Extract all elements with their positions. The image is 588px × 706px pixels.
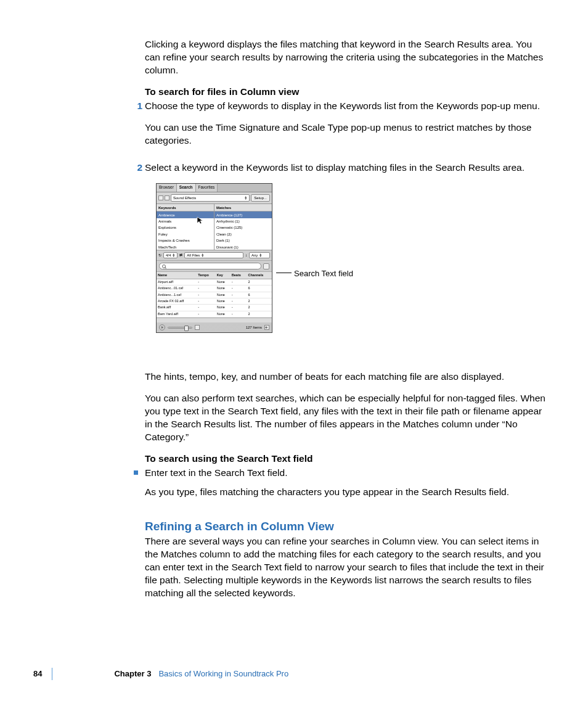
col-tempo[interactable]: Tempo xyxy=(197,272,215,279)
callout-label: Search Text field xyxy=(294,268,353,279)
clear-search-button[interactable] xyxy=(263,263,269,269)
keyword-item[interactable]: Ambience xyxy=(157,211,214,218)
col-key[interactable]: Key xyxy=(216,272,231,279)
chevron-updown-icon: ▲▼ xyxy=(244,196,247,200)
table-row[interactable]: Bank.aiff-None-2 xyxy=(157,305,272,311)
keywords-header: Keywords xyxy=(157,204,214,211)
volume-slider[interactable] xyxy=(168,327,192,329)
match-item[interactable]: Arrhythmic (1) xyxy=(214,218,272,224)
matches-header: Matches xyxy=(214,204,272,211)
reset-icon[interactable]: ↻ xyxy=(158,253,161,258)
bullet-text: Enter text in the Search Text field. xyxy=(145,467,545,480)
table-row[interactable]: Ambienc...01.caf-None-6 xyxy=(157,285,272,292)
play-button[interactable] xyxy=(159,324,165,330)
col-beats[interactable]: Beats xyxy=(231,272,247,279)
footer-divider xyxy=(52,668,52,680)
search-icon xyxy=(162,265,166,268)
items-count: 127 Items xyxy=(246,325,262,330)
keyword-item[interactable]: Explosions xyxy=(157,224,214,231)
page-footer: 84 Chapter 3 Basics of Working in Soundt… xyxy=(33,668,288,680)
keyword-item[interactable]: Impacts & Crashes xyxy=(157,237,214,244)
search-text-field[interactable] xyxy=(159,263,261,269)
chapter-title: Basics of Working in Soundtrack Pro xyxy=(158,668,288,679)
keyword-item[interactable]: Mach/Tech xyxy=(157,244,214,250)
step-number-1: 1 xyxy=(133,100,142,156)
keywords-category-value: Sound Effects xyxy=(173,195,196,200)
table-row[interactable]: Airport.aiff-None-2 xyxy=(157,279,272,285)
table-row[interactable]: Ambienc...1.caf-None-6 xyxy=(157,292,272,298)
table-row[interactable]: Barn Yard.aiff-None-2 xyxy=(157,311,272,317)
match-item[interactable]: Cinematic (125) xyxy=(214,224,272,231)
horizontal-scrollbar[interactable] xyxy=(157,318,272,322)
match-item[interactable]: Dark (1) xyxy=(214,237,272,244)
heading-search-text: To search using the Search Text field xyxy=(145,453,545,466)
paragraph-refining: There are several ways you can refine yo… xyxy=(145,535,545,600)
results-table: Name Tempo Key Beats Channels Airport.ai… xyxy=(157,272,272,318)
step-1-note: You can use the Time Signature and Scale… xyxy=(145,121,545,147)
column-view-icon[interactable] xyxy=(158,195,163,200)
match-item[interactable]: Clean (2) xyxy=(214,231,272,237)
callout-line xyxy=(276,273,292,273)
page-number: 84 xyxy=(33,668,42,679)
keyword-item[interactable]: Foley xyxy=(157,231,214,237)
heading-search-column: To search for files in Column view xyxy=(145,86,545,99)
loop-icon[interactable]: ⇄ xyxy=(179,253,182,258)
gear-icon[interactable]: ✲ xyxy=(264,325,269,330)
sort-icon[interactable]: ↕ xyxy=(245,253,247,258)
bullet-note: As you type, files matching the characte… xyxy=(145,486,545,499)
col-name[interactable]: Name xyxy=(157,272,197,279)
bullet-icon xyxy=(134,470,138,475)
match-item[interactable]: Ambience (127) xyxy=(214,211,272,218)
step-1-text: Choose the type of keywords to display i… xyxy=(145,100,545,113)
chapter-label: Chapter 3 xyxy=(114,668,151,679)
timesig-popup[interactable]: 4/4▲▼ xyxy=(163,252,178,258)
filetype-popup[interactable]: All Files▲▼ xyxy=(184,252,243,258)
step-number-2: 2 xyxy=(133,162,142,177)
tab-search[interactable]: Search xyxy=(177,184,196,192)
step-2-text: Select a keyword in the Keywords list to… xyxy=(145,162,545,174)
setup-button[interactable]: Setup... xyxy=(251,194,270,202)
paragraph-hints: The hints, tempo, key, and number of bea… xyxy=(145,371,545,384)
speaker-icon[interactable] xyxy=(195,325,200,330)
scale-popup[interactable]: Any▲▼ xyxy=(249,252,270,258)
paragraph-textsearch: You can also perform text searches, whic… xyxy=(145,392,545,444)
heading-refining: Refining a Search in Column View xyxy=(145,519,545,535)
table-row[interactable]: Arcade FX 02.aiff-None-2 xyxy=(157,298,272,305)
keywords-category-popup[interactable]: Sound Effects ▲▼ xyxy=(171,194,250,202)
screenshot-figure: Browser Search Favorites Sound Effects ▲… xyxy=(156,183,421,356)
tab-favorites[interactable]: Favorites xyxy=(196,184,218,192)
col-channels[interactable]: Channels xyxy=(247,272,272,279)
keyword-item[interactable]: Animals xyxy=(157,218,214,224)
match-item[interactable]: Dissonant (1) xyxy=(214,244,272,250)
button-view-icon[interactable] xyxy=(165,195,169,200)
paragraph-intro: Clicking a keyword displays the files ma… xyxy=(145,38,545,77)
tab-browser[interactable]: Browser xyxy=(157,184,177,192)
